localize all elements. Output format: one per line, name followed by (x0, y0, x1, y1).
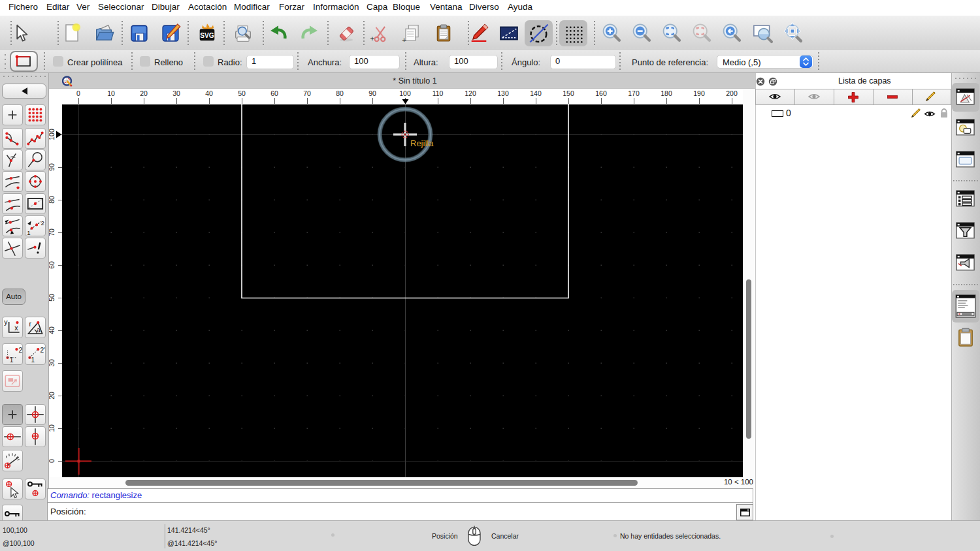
svg-text:70: 70 (303, 89, 311, 97)
svg-text:+: + (370, 35, 374, 42)
svg-text:10: 10 (49, 424, 56, 432)
svg-text:30: 30 (172, 89, 180, 97)
svg-text:SVG: SVG (200, 32, 214, 39)
svg-text:80: 80 (49, 196, 56, 204)
svg-text:180: 180 (661, 89, 672, 97)
svg-text:2: 2 (41, 219, 44, 227)
svg-text:100: 100 (49, 129, 56, 140)
svg-text:60: 60 (49, 261, 56, 269)
svg-text:30: 30 (49, 359, 56, 367)
svg-text:140: 140 (530, 89, 542, 97)
svg-text:2': 2' (40, 347, 45, 354)
svg-text:160: 160 (595, 89, 607, 97)
svg-text:r: r (29, 321, 31, 328)
svg-text:50: 50 (238, 89, 246, 97)
svg-text:20: 20 (140, 89, 148, 97)
svg-text:50: 50 (49, 294, 56, 302)
svg-text:a: a (37, 326, 41, 334)
svg-text:70: 70 (49, 228, 56, 236)
svg-text:130: 130 (497, 89, 509, 97)
svg-text:0: 0 (49, 459, 56, 463)
svg-text:40: 40 (49, 326, 56, 334)
svg-text:y: y (4, 318, 8, 326)
svg-text:100: 100 (399, 89, 411, 97)
svg-text:120: 120 (465, 89, 476, 97)
svg-text:+: + (402, 36, 406, 44)
svg-text:110: 110 (433, 89, 444, 97)
svg-text:200: 200 (726, 89, 738, 97)
svg-text:60: 60 (270, 89, 278, 97)
svg-text:150: 150 (563, 89, 574, 97)
svg-text:170: 170 (628, 89, 640, 97)
svg-text:10: 10 (107, 89, 115, 97)
svg-text:1: 1 (27, 229, 30, 236)
svg-text:80: 80 (336, 89, 344, 97)
svg-text:190: 190 (693, 89, 705, 97)
svg-text:90: 90 (49, 163, 56, 171)
svg-text:40: 40 (205, 89, 213, 97)
svg-text:Rejilla: Rejilla (410, 138, 434, 148)
svg-text:20: 20 (49, 392, 56, 400)
svg-text:90: 90 (368, 89, 376, 97)
svg-text:0: 0 (76, 89, 80, 97)
svg-text:2: 2 (19, 347, 23, 354)
svg-text:x: x (14, 324, 18, 332)
svg-text:1: 1 (31, 356, 35, 364)
svg-text:1: 1 (10, 356, 14, 364)
